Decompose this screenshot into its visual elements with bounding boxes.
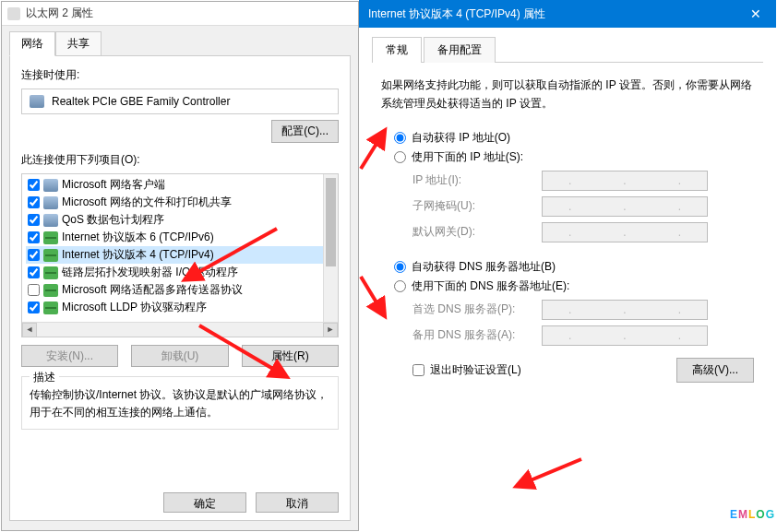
network-icon [43, 214, 58, 227]
tab-general[interactable]: 常规 [372, 37, 422, 63]
radio-auto-dns-label: 自动获得 DNS 服务器地址(B) [412, 259, 556, 275]
validate-checkbox[interactable] [412, 364, 424, 376]
primary-dns-label: 首选 DNS 服务器(P): [412, 301, 542, 317]
network-icon [43, 179, 58, 192]
radio-manual-ip-label: 使用下面的 IP 地址(S): [412, 149, 523, 165]
component-label: Internet 协议版本 6 (TCP/IPv6) [62, 230, 214, 245]
component-checkbox[interactable] [28, 284, 40, 296]
primary-dns-input: ... [542, 300, 708, 320]
ip-address-input: ... [542, 171, 708, 191]
protocol-icon [43, 266, 58, 279]
alt-dns-input: ... [542, 325, 708, 346]
component-checkbox[interactable] [28, 179, 40, 191]
protocol-icon [43, 284, 58, 297]
component-checkbox[interactable] [28, 214, 40, 226]
emlog-watermark: EMLOG [730, 485, 775, 526]
list-item[interactable]: Microsoft LLDP 协议驱动程序 [26, 299, 336, 316]
radio-manual-dns-label: 使用下面的 DNS 服务器地址(E): [412, 278, 569, 294]
ok-button[interactable]: 确定 [163, 492, 246, 513]
ip-address-label: IP 地址(I): [412, 172, 542, 188]
ipv4-properties-dialog: Internet 协议版本 4 (TCP/IPv4) 属性 ✕ 常规 备用配置 … [359, 0, 776, 532]
list-item[interactable]: Microsoft 网络适配器多路传送器协议 [26, 281, 336, 299]
component-label: 链路层拓扑发现映射器 I/O 驱动程序 [62, 265, 238, 280]
component-checkbox[interactable] [28, 196, 40, 208]
alt-dns-label: 备用 DNS 服务器(A): [412, 327, 542, 343]
cancel-button[interactable]: 取消 [256, 492, 339, 513]
adapter-box[interactable]: Realtek PCIe GBE Family Controller [21, 89, 339, 114]
connect-using-label: 连接时使用: [21, 67, 339, 83]
component-label: Microsoft 网络适配器多路传送器协议 [62, 282, 243, 298]
component-checkbox[interactable] [28, 301, 40, 313]
tabs: 常规 备用配置 [372, 37, 763, 63]
close-button[interactable]: ✕ [735, 0, 776, 28]
validate-label: 退出时验证设置(L) [430, 362, 521, 378]
titlebar[interactable]: Internet 协议版本 4 (TCP/IPv4) 属性 ✕ [359, 0, 776, 28]
tab-network[interactable]: 网络 [9, 31, 55, 56]
properties-button[interactable]: 属性(R) [242, 345, 339, 367]
radio-auto-ip-input[interactable] [394, 132, 406, 144]
list-item[interactable]: QoS 数据包计划程序 [26, 211, 336, 229]
list-item[interactable]: Internet 协议版本 4 (TCP/IPv4) [26, 246, 336, 264]
advanced-button[interactable]: 高级(V)... [676, 358, 754, 383]
component-label: Microsoft 网络客户端 [62, 177, 165, 193]
list-item[interactable]: Internet 协议版本 6 (TCP/IPv6) [26, 229, 336, 246]
info-text: 如果网络支持此功能，则可以获取自动指派的 IP 设置。否则，你需要从网络系统管理… [381, 76, 754, 113]
component-label: Microsoft 网络的文件和打印机共享 [62, 195, 232, 210]
component-checkbox[interactable] [28, 231, 40, 243]
radio-auto-ip[interactable]: 自动获得 IP 地址(O) [394, 130, 754, 146]
nic-icon [30, 95, 44, 108]
components-list[interactable]: Microsoft 网络客户端Microsoft 网络的文件和打印机共享QoS … [21, 173, 339, 337]
uninstall-button[interactable]: 卸载(U) [131, 345, 228, 367]
component-checkbox[interactable] [28, 266, 40, 278]
ip-section: 自动获得 IP 地址(O) 使用下面的 IP 地址(S): IP 地址(I): … [381, 130, 754, 242]
tab-alternate[interactable]: 备用配置 [424, 37, 496, 63]
radio-auto-dns[interactable]: 自动获得 DNS 服务器地址(B) [394, 259, 754, 275]
subnet-mask-input: ... [542, 196, 708, 217]
list-item[interactable]: Microsoft 网络客户端 [26, 176, 336, 194]
dns-section: 自动获得 DNS 服务器地址(B) 使用下面的 DNS 服务器地址(E): 首选… [381, 259, 754, 346]
use-items-label: 此连接使用下列项目(O): [21, 152, 339, 168]
ethernet-properties-dialog: 以太网 2 属性 网络 共享 连接时使用: Realtek PCIe GBE F… [1, 1, 359, 531]
radio-manual-dns-input[interactable] [394, 280, 406, 292]
scrollbar-vertical[interactable] [323, 174, 338, 322]
component-label: QoS 数据包计划程序 [62, 212, 164, 228]
tab-share[interactable]: 共享 [55, 31, 102, 56]
radio-manual-dns[interactable]: 使用下面的 DNS 服务器地址(E): [394, 278, 754, 294]
titlebar[interactable]: 以太网 2 属性 [2, 2, 358, 26]
radio-manual-ip[interactable]: 使用下面的 IP 地址(S): [394, 149, 754, 165]
radio-auto-dns-input[interactable] [394, 261, 406, 273]
configure-button[interactable]: 配置(C)... [271, 120, 339, 143]
component-checkbox[interactable] [28, 249, 40, 261]
protocol-icon [43, 301, 58, 314]
window-title: Internet 协议版本 4 (TCP/IPv4) 属性 [368, 6, 545, 22]
panel-network: 连接时使用: Realtek PCIe GBE Family Controlle… [9, 55, 351, 521]
gateway-input: ... [542, 222, 708, 242]
network-icon [43, 196, 58, 209]
scroll-right-arrow[interactable]: ► [323, 323, 338, 337]
radio-auto-ip-label: 自动获得 IP 地址(O) [412, 130, 510, 146]
component-label: Microsoft LLDP 协议驱动程序 [62, 300, 207, 315]
adapter-name: Realtek PCIe GBE Family Controller [52, 95, 230, 108]
radio-manual-ip-input[interactable] [394, 151, 406, 163]
scroll-left-arrow[interactable]: ◄ [22, 323, 37, 337]
description-text: 传输控制协议/Internet 协议。该协议是默认的广域网络协议，用于在不同的相… [30, 386, 330, 421]
subnet-mask-label: 子网掩码(U): [412, 198, 542, 214]
protocol-icon [43, 231, 58, 244]
list-item[interactable]: 链路层拓扑发现映射器 I/O 驱动程序 [26, 264, 336, 281]
gateway-label: 默认网关(D): [412, 224, 542, 240]
window-title: 以太网 2 属性 [26, 6, 93, 21]
list-item[interactable]: Microsoft 网络的文件和打印机共享 [26, 194, 336, 211]
panel-general: 如果网络支持此功能，则可以获取自动指派的 IP 设置。否则，你需要从网络系统管理… [372, 63, 763, 396]
adapter-icon [7, 7, 20, 20]
description-label: 描述 [30, 370, 59, 385]
tabs: 网络 共享 [9, 31, 351, 56]
scrollbar-horizontal[interactable]: ◄ ► [22, 322, 338, 337]
component-label: Internet 协议版本 4 (TCP/IPv4) [62, 247, 214, 263]
install-button[interactable]: 安装(N)... [21, 345, 118, 367]
description-group: 描述 传输控制协议/Internet 协议。该协议是默认的广域网络协议，用于在不… [21, 376, 339, 430]
protocol-icon [43, 249, 58, 262]
